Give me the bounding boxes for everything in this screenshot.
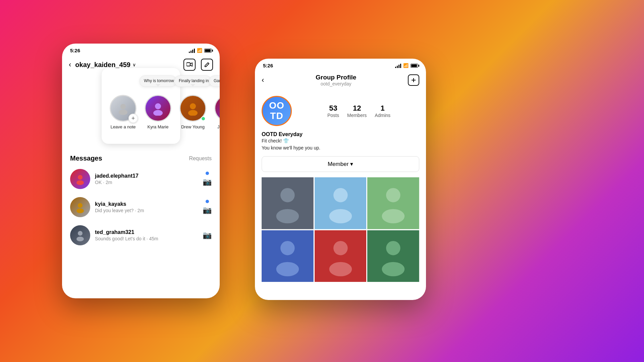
- bio-line-2: You know we'll hype you up.: [262, 144, 419, 152]
- svg-point-33: [386, 241, 400, 255]
- msg-preview-ted: Sounds good! Let's do it · 45m: [95, 236, 198, 241]
- message-right-ted: 📷: [203, 231, 212, 240]
- stories-row: + Leave a note Why is tomorrow Monday!? …: [110, 95, 172, 134]
- admins-label: Admins: [375, 113, 390, 118]
- members-label: Members: [347, 113, 367, 118]
- group-title-wrap: Group Profile ootd_everyday: [264, 74, 408, 86]
- edit-button[interactable]: [201, 59, 213, 71]
- camera-icon-3[interactable]: 📷: [203, 231, 212, 240]
- signal-icon: [189, 48, 195, 53]
- signal-icon-right: [395, 63, 401, 68]
- svg-point-1: [120, 104, 126, 109]
- group-profile-section: OO TD 53 Posts 12 Members 1 Admins: [255, 90, 426, 287]
- battery-icon: [204, 49, 212, 53]
- right-phone: 5:26 📶 ‹ Group Profile ootd_everyday: [255, 59, 426, 300]
- story-drew[interactable]: Finally landing in NYC! ❤️ Drew Young: [179, 95, 206, 129]
- right-header: ‹ Group Profile ootd_everyday: [255, 71, 426, 90]
- camera-icon-2[interactable]: 📷: [203, 206, 212, 215]
- svg-point-14: [76, 237, 84, 241]
- message-list: jaded.elephant17 OK · 2m 📷 kyia_kayaks D…: [62, 165, 220, 249]
- group-subtitle: ootd_everyday: [264, 81, 408, 86]
- message-content-ted: ted_graham321 Sounds good! Let's do it ·…: [95, 229, 198, 241]
- status-bar-right: 5:26 📶: [255, 59, 426, 71]
- svg-point-24: [386, 188, 400, 202]
- msg-username-elephant: jaded.elephant17: [95, 173, 198, 179]
- messages-title: Messages: [70, 155, 102, 162]
- photo-2[interactable]: [315, 177, 367, 229]
- story-self[interactable]: + Leave a note: [110, 95, 137, 129]
- time-right: 5:26: [263, 63, 273, 68]
- add-to-group-button[interactable]: [408, 74, 419, 86]
- group-title: Group Profile: [264, 74, 408, 81]
- username-group[interactable]: okay_kaiden_459 ∨: [75, 61, 179, 69]
- time-left: 5:26: [70, 48, 80, 53]
- drew-online-indicator: [201, 116, 206, 121]
- svg-point-22: [329, 209, 352, 224]
- svg-point-30: [333, 241, 348, 255]
- message-right-elephant: 📷: [203, 172, 212, 186]
- kyra-note-bubble: Why is tomorrow Monday!? 😩: [140, 75, 176, 87]
- svg-point-31: [329, 262, 352, 276]
- stat-admins: 1 Admins: [375, 104, 390, 118]
- story-kyra[interactable]: Why is tomorrow Monday!? 😩 Kyra Marie: [145, 95, 171, 129]
- message-item-ted[interactable]: ted_graham321 Sounds good! Let's do it ·…: [66, 221, 216, 249]
- video-call-button[interactable]: [183, 59, 196, 71]
- msg-username-ted: ted_graham321: [95, 229, 198, 235]
- msg-preview-elephant: OK · 2m: [95, 180, 198, 185]
- svg-point-3: [155, 103, 161, 109]
- svg-point-28: [276, 262, 299, 276]
- stats-row: 53 Posts 12 Members 1 Admins: [299, 104, 419, 118]
- message-item-elephant[interactable]: jaded.elephant17 OK · 2m 📷: [66, 165, 216, 193]
- svg-point-11: [78, 203, 83, 208]
- battery-icon-right: [411, 64, 418, 68]
- members-count: 12: [353, 104, 361, 113]
- svg-point-2: [119, 110, 127, 115]
- jac-note-bubble: Game night this weekend? 🎱: [209, 75, 220, 87]
- msg-username-kayaks: kyia_kayaks: [95, 201, 198, 207]
- photo-6[interactable]: [367, 230, 419, 282]
- group-bio-name: OOTD Everyday: [262, 131, 419, 137]
- add-note-button[interactable]: +: [128, 114, 138, 123]
- left-phone: 5:26 📶 ‹ okay_kaiden_459 ∨: [62, 44, 220, 298]
- back-button-right[interactable]: ‹: [262, 76, 264, 84]
- unread-dot-elephant: [206, 172, 209, 175]
- message-item-kayaks[interactable]: kyia_kayaks Did you leave yet? · 2m 📷: [66, 193, 216, 221]
- svg-rect-0: [186, 63, 190, 66]
- svg-point-4: [153, 110, 163, 116]
- requests-link[interactable]: Requests: [189, 156, 212, 162]
- photo-3[interactable]: [367, 177, 419, 229]
- bio-section: OOTD Everyday Fit check! 👕 You know we'l…: [262, 131, 419, 152]
- story-kyra-label: Kyra Marie: [148, 124, 169, 129]
- story-jac[interactable]: Game night this weekend? 🎱 Jacqueline La…: [214, 95, 220, 134]
- svg-point-13: [78, 231, 83, 236]
- photo-1[interactable]: [262, 177, 314, 229]
- story-jac-label: Jacqueline Lam: [214, 124, 220, 134]
- drew-note-bubble: Finally landing in NYC! ❤️: [174, 75, 211, 87]
- admins-count: 1: [381, 104, 385, 113]
- svg-point-6: [188, 110, 198, 116]
- svg-point-12: [76, 208, 84, 213]
- back-button[interactable]: ‹: [69, 60, 71, 69]
- username-text: okay_kaiden_459: [75, 61, 130, 69]
- svg-point-18: [280, 188, 295, 202]
- svg-point-34: [382, 262, 405, 276]
- photo-5[interactable]: [315, 230, 367, 282]
- status-icons-right: 📶: [395, 63, 418, 68]
- member-button[interactable]: Member ▾: [262, 156, 419, 172]
- message-content-kayaks: kyia_kayaks Did you leave yet? · 2m: [95, 201, 198, 213]
- svg-point-9: [78, 175, 83, 180]
- svg-point-5: [190, 103, 196, 109]
- wifi-icon: 📶: [197, 48, 202, 53]
- group-avatar: OO TD: [262, 96, 292, 126]
- photo-grid: [262, 177, 419, 282]
- camera-icon[interactable]: 📷: [203, 178, 212, 186]
- header-icons: [183, 59, 213, 71]
- unread-dot-kayaks: [206, 200, 209, 203]
- status-bar-left: 5:26 📶: [62, 44, 220, 56]
- svg-point-27: [280, 241, 295, 255]
- svg-point-10: [76, 180, 84, 185]
- posts-label: Posts: [327, 113, 339, 118]
- story-drew-label: Drew Young: [181, 124, 205, 129]
- chevron-down-icon: ∨: [132, 62, 136, 67]
- photo-4[interactable]: [262, 230, 314, 282]
